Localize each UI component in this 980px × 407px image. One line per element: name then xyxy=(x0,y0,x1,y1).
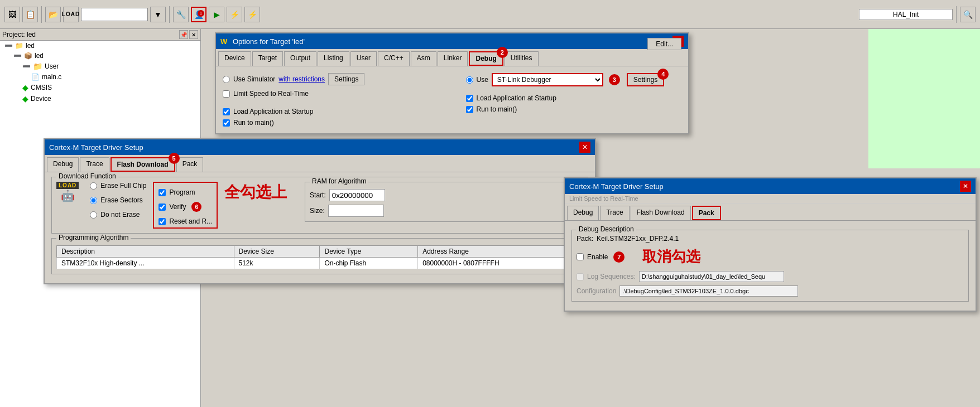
sidebar-item-device[interactable]: ◆ Device xyxy=(0,93,200,104)
tab-cortex2-flash[interactable]: Flash Download xyxy=(631,206,691,220)
sidebar-item-cmsis[interactable]: ◆ CMSIS xyxy=(0,82,200,93)
tab-cortex1-pack[interactable]: Pack xyxy=(176,157,204,172)
do-not-erase-label: Do not Erase xyxy=(100,211,140,219)
size-input[interactable]: 0x00001000 xyxy=(328,205,384,217)
toolbar-build[interactable]: ▶ xyxy=(209,7,224,22)
toolbar-icon-2[interactable]: 📋 xyxy=(22,7,38,22)
log-label: Log Sequences: xyxy=(587,273,636,280)
do-not-erase-radio[interactable] xyxy=(90,211,97,219)
toolbar-flash2[interactable]: ⚡ xyxy=(244,7,260,22)
sidebar-title: Project: led xyxy=(2,31,36,38)
ram-start-row: Start: xyxy=(310,189,578,201)
load-robot-icon: 🤖 xyxy=(61,189,75,202)
cortex2-close[interactable]: ✕ xyxy=(960,181,971,192)
cmsis-label: CMSIS xyxy=(31,84,52,91)
tab-target[interactable]: Target xyxy=(252,51,283,66)
tab-linker[interactable]: Linker xyxy=(438,51,468,66)
load-app-left-row: Load Application at Startup xyxy=(223,108,439,115)
erase-full-row: Erase Full Chip xyxy=(90,182,146,190)
program-check[interactable] xyxy=(158,189,166,196)
debug-desc-group: Debug Description Pack: Keil.STM32F1xx_D… xyxy=(571,230,969,302)
debug-section: Use Simulator with restrictions Settings… xyxy=(223,73,681,127)
sidebar-header: Project: led 📌 ✕ xyxy=(0,29,200,41)
simulator-settings-btn[interactable]: Settings xyxy=(328,73,364,85)
main-toolbar: 🖼 📋 📂 LOAD led ▼ 🔧 👤 1 ▶ ⚡ ⚡ HAL_Init 🔍 xyxy=(0,0,980,29)
sidebar-pin[interactable]: 📌 xyxy=(179,30,188,39)
configuration-row: Configuration xyxy=(577,285,964,297)
run-to-main-left-check[interactable] xyxy=(223,119,230,127)
led-label: led xyxy=(35,52,44,60)
sidebar-item-user[interactable]: ➖ 📁 User xyxy=(0,61,200,72)
debugger-select[interactable]: ST-Link Debugger xyxy=(492,73,603,86)
simulator-radio[interactable] xyxy=(223,76,230,83)
edit-btn[interactable]: Edit... xyxy=(647,38,681,50)
annotation-2: 取消勾选 xyxy=(642,247,700,267)
project-icon: 📁 xyxy=(15,42,23,50)
table-row[interactable]: STM32F10x High-density ... 512k On-chip … xyxy=(57,258,583,269)
load-text: LOAD xyxy=(56,182,79,189)
ram-group-label: RAM for Algorithm xyxy=(310,177,368,185)
tab-asm[interactable]: Asm xyxy=(411,51,436,66)
tab-output[interactable]: Output xyxy=(284,51,316,66)
program-verify-group: Program Verify 6 Reset and R... xyxy=(153,182,218,229)
enable-check[interactable] xyxy=(577,253,584,260)
target-name-input[interactable]: led xyxy=(81,8,148,21)
tab-cpp[interactable]: C/C++ xyxy=(378,51,410,66)
tab-cortex1-flash[interactable]: Flash Download 5 xyxy=(111,157,175,172)
erase-full-radio[interactable] xyxy=(90,182,97,190)
toolbar-icon-3[interactable]: 📂 xyxy=(45,7,61,22)
tab-cortex2-trace[interactable]: Trace xyxy=(600,206,629,220)
reset-check[interactable] xyxy=(158,218,166,225)
start-input[interactable] xyxy=(329,189,385,201)
tab-device[interactable]: Device xyxy=(218,51,251,66)
toolbar-icon-load[interactable]: LOAD xyxy=(63,7,79,22)
run-to-main-right-row: Run to main() xyxy=(466,105,682,113)
sidebar-close[interactable]: ✕ xyxy=(189,30,198,39)
with-restrictions-link[interactable]: with restrictions xyxy=(278,75,325,83)
load-app-right-row: Load Application at Startup xyxy=(466,94,682,102)
expand-icon-led: ➖ xyxy=(13,52,22,60)
run-to-main-right-check[interactable] xyxy=(466,106,473,113)
use-radio[interactable] xyxy=(466,76,473,84)
toolbar-dropdown[interactable]: ▼ xyxy=(150,7,166,22)
erase-radio-group: Erase Full Chip Erase Sectors Do not Era… xyxy=(90,182,146,223)
erase-sectors-radio[interactable] xyxy=(90,197,97,204)
log-sequences-row: Log Sequences: xyxy=(577,271,964,282)
options-tabs: Device Target Output Listing User C/C++ … xyxy=(216,49,688,66)
cortex1-titlebar: Cortex-M Target Driver Setup ✕ xyxy=(45,139,595,155)
load-app-left-check[interactable] xyxy=(223,108,230,115)
tab-cortex2-debug[interactable]: Debug xyxy=(567,206,599,220)
sidebar-item-mainc[interactable]: 📄 main.c xyxy=(0,72,200,82)
use-settings-btn[interactable]: Settings 4 xyxy=(627,73,664,86)
cell-device-size: 512k xyxy=(234,258,320,269)
cortex-dialog-1: Cortex-M Target Driver Setup ✕ Debug Tra… xyxy=(44,138,596,284)
load-app-right-check[interactable] xyxy=(466,95,473,102)
mainc-label: main.c xyxy=(42,73,61,81)
reset-row: Reset and R... xyxy=(158,217,212,225)
cortex1-close[interactable]: ✕ xyxy=(579,142,590,153)
tab-cortex2-pack[interactable]: Pack xyxy=(692,206,721,220)
tab-user[interactable]: User xyxy=(350,51,377,66)
toolbar-target-options[interactable]: 👤 1 xyxy=(191,7,206,22)
toolbar-icon-1[interactable]: 🖼 xyxy=(4,7,20,22)
tab-listing[interactable]: Listing xyxy=(318,51,349,66)
sidebar-project-root[interactable]: ➖ 📁 led xyxy=(0,41,200,51)
tab-cortex1-debug[interactable]: Debug xyxy=(47,157,79,172)
sidebar-item-led[interactable]: ➖ 📦 led xyxy=(0,51,200,61)
options-titlebar: W Options for Target 'led' ✕ xyxy=(216,33,688,49)
badge-7: 7 xyxy=(613,251,624,263)
run-to-main-right-label: Run to main() xyxy=(477,105,517,113)
tab-utilities[interactable]: Utilities xyxy=(505,51,539,66)
erase-full-label: Erase Full Chip xyxy=(100,182,146,190)
toolbar-search[interactable]: 🔍 xyxy=(960,7,976,22)
config-input[interactable] xyxy=(619,285,798,297)
toolbar-magic-wand[interactable]: 🔧 xyxy=(173,7,189,22)
tab-debug[interactable]: Debug 2 xyxy=(469,51,503,66)
toolbar-flash[interactable]: ⚡ xyxy=(227,7,242,22)
tab-cortex1-trace[interactable]: Trace xyxy=(80,157,109,172)
program-row: Program xyxy=(158,188,212,196)
config-label: Configuration xyxy=(577,287,616,295)
verify-check[interactable] xyxy=(158,204,166,211)
log-input[interactable] xyxy=(639,271,784,282)
limit-speed-check[interactable] xyxy=(223,90,230,98)
